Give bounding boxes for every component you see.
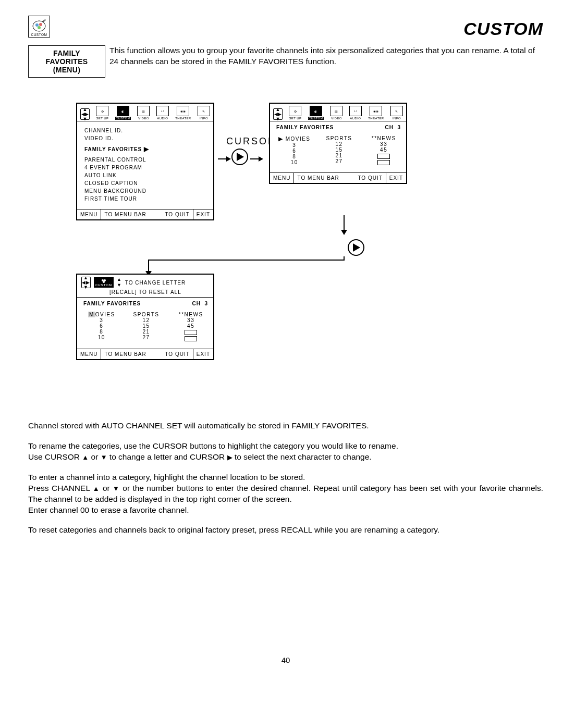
menu-item: VIDEO ID. xyxy=(84,135,209,141)
menu-tab-video: ▥VIDEO xyxy=(330,106,342,120)
arrow-right-icon xyxy=(250,156,263,162)
menu-tab-theater: ❀❀THEATER xyxy=(368,106,384,120)
osd-panel-rename: ▲◀▶▼ CUSTOM ▲▼ TO CHANGE LETTER [RECALL]… xyxy=(76,274,214,360)
nav-pad-icon: ▲◀▶▼ xyxy=(80,108,90,120)
fav-column: ▶MOVIES36810 xyxy=(277,135,312,166)
menu-item: PARENTAL CONTROL xyxy=(84,157,209,163)
fav-title: FAMILY FAVORITES xyxy=(276,125,334,130)
body-para-2: To rename the categories, use the CURSOR… xyxy=(28,441,543,463)
page-number: 40 xyxy=(28,656,543,664)
footer-menu: MENU xyxy=(270,173,293,183)
menu-item: 4 EVENT PROGRAM xyxy=(84,165,209,170)
menu-tab-info: ✎INFO xyxy=(390,106,403,120)
footer-menubar: TO MENU BAR xyxy=(101,349,149,359)
menu-tab-info: ✎INFO xyxy=(198,106,210,120)
menu-tab-theater: ❀❀THEATER xyxy=(175,106,191,120)
menu-item: CLOSED CAPTION xyxy=(84,180,209,186)
footer-toquit: TO QUIT xyxy=(162,209,192,219)
svg-point-1 xyxy=(35,23,39,27)
footer-menubar: TO MENU BAR xyxy=(101,209,149,219)
menu-tab-custom: ◐CUSTOM xyxy=(115,106,131,120)
svg-point-6 xyxy=(103,281,105,283)
custom-chip-icon: CUSTOM xyxy=(94,277,114,288)
menu-tab-audio: ♪♪AUDIO xyxy=(349,106,362,120)
menu-item: FAMILY FAVORITES ▶ xyxy=(84,145,149,153)
footer-menu: MENU xyxy=(77,349,101,359)
logo-caption: CUSTOM xyxy=(31,33,47,36)
body-para-4: To reset categories and channels back to… xyxy=(28,525,543,536)
menu-item: AUTO LINK xyxy=(84,172,209,178)
menu-tab-video: ▥VIDEO xyxy=(137,106,150,120)
nav-pad-icon: ▲◀▶▼ xyxy=(273,108,283,120)
cursor-right-button xyxy=(348,239,364,256)
fav-column: SPORTS12152127 xyxy=(129,312,164,342)
osd-panel-family-favorites: ▲◀▶▼⚙SET UP◐CUSTOM▥VIDEO♪♪AUDIO❀❀THEATER… xyxy=(269,103,407,184)
menu-item: CHANNEL ID. xyxy=(84,128,209,133)
cursor-right-button xyxy=(231,149,248,165)
footer-exit: EXIT xyxy=(386,173,406,183)
page-title: CUSTOM xyxy=(463,19,543,39)
osd-panel-custom-menu: ▲◀▶▼⚙SET UP◐CUSTOM▥VIDEO♪♪AUDIO❀❀THEATER… xyxy=(76,103,214,220)
footer-toquit: TO QUIT xyxy=(354,173,385,183)
menu-item: FIRST TIME TOUR xyxy=(84,196,209,202)
footer-toquit: TO QUIT xyxy=(162,349,192,359)
fav-column: **NEWS3345 xyxy=(366,135,401,166)
section-label: FAMILY FAVORITES (MENU) xyxy=(28,45,105,78)
svg-point-3 xyxy=(38,26,41,29)
menu-item: MENU BACKGROUND xyxy=(84,188,209,194)
custom-logo: CUSTOM xyxy=(28,16,50,38)
menu-tab-set-up: ⚙SET UP xyxy=(289,106,301,120)
intro-text: This function allows you to group your f… xyxy=(109,45,543,78)
diagram-area: ▲◀▶▼⚙SET UP◐CUSTOM▥VIDEO♪♪AUDIO❀❀THEATER… xyxy=(28,103,543,400)
fav-column: SPORTS12152127 xyxy=(322,135,357,166)
nav-pad-icon: ▲◀▶▼ xyxy=(81,277,91,288)
svg-point-2 xyxy=(39,23,42,26)
menu-tab-set-up: ⚙SET UP xyxy=(96,106,108,120)
arrow-down-icon xyxy=(341,230,347,235)
arrow-right-icon xyxy=(218,156,231,162)
body-para-1: Channel stored with AUTO CHANNEL SET wil… xyxy=(28,421,543,431)
footer-exit: EXIT xyxy=(193,209,213,219)
fav-column: **NEWS3345 xyxy=(174,312,208,342)
footer-menubar: TO MENU BAR xyxy=(293,173,342,183)
footer-menu: MENU xyxy=(77,209,101,219)
menu-tab-audio: ♪♪AUDIO xyxy=(156,106,169,120)
menu-tab-custom: ◐CUSTOM xyxy=(308,106,324,120)
body-para-3: To enter a channel into a category, high… xyxy=(28,472,543,516)
footer-exit: EXIT xyxy=(193,349,213,359)
fav-column: MOVIES36810 xyxy=(84,312,119,342)
